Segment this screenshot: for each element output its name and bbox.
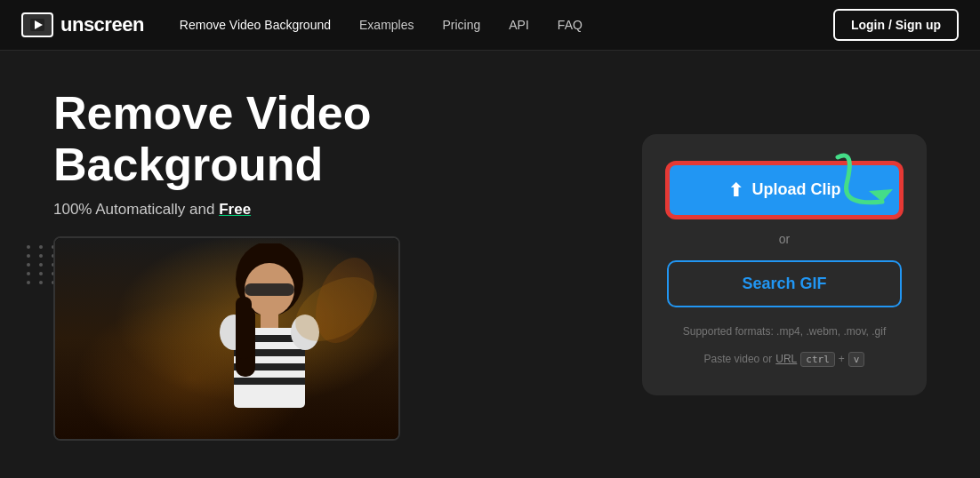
navbar: unscreen Remove Video Background Example…	[0, 0, 980, 51]
login-button[interactable]: Login / Sign up	[833, 9, 959, 41]
logo-text: unscreen	[60, 13, 144, 36]
arrow-icon	[829, 139, 909, 219]
svg-rect-14	[236, 297, 252, 359]
paste-url-link[interactable]: URL	[775, 353, 797, 365]
supported-formats-text: Supported formats: .mp4, .webm, .mov, .g…	[683, 325, 887, 338]
kbd-ctrl: ctrl	[800, 352, 835, 367]
video-thumbnail	[53, 236, 400, 441]
or-divider: or	[779, 232, 790, 246]
upload-clip-label: Upload Clip	[752, 180, 841, 199]
nav-link-remove-bg[interactable]: Remove Video Background	[180, 18, 331, 32]
nav-links: Remove Video Background Examples Pricing…	[180, 18, 833, 32]
video-content	[55, 238, 398, 439]
hero-subtitle: 100% Automatically and Free	[53, 201, 642, 219]
logo-icon	[21, 12, 53, 37]
svg-marker-17	[869, 189, 893, 202]
svg-rect-10	[234, 378, 305, 385]
nav-link-faq[interactable]: FAQ	[558, 18, 582, 32]
abstract-shape	[283, 256, 390, 362]
kbd-v: v	[848, 352, 865, 367]
nav-link-pricing[interactable]: Pricing	[442, 18, 480, 32]
paste-prefix: Paste video or	[704, 353, 773, 365]
paste-hint: Paste video or URL ctrl + v	[704, 352, 865, 367]
logo[interactable]: unscreen	[21, 12, 144, 37]
search-gif-button[interactable]: Search GIF	[667, 260, 902, 307]
main-content: Remove Video Background 100% Automatical…	[0, 51, 980, 478]
nav-link-api[interactable]: API	[509, 18, 529, 32]
nav-link-examples[interactable]: Examples	[359, 18, 414, 32]
hero-section: Remove Video Background 100% Automatical…	[53, 88, 642, 440]
hero-title: Remove Video Background	[53, 88, 642, 189]
upload-icon: ⬆	[728, 179, 743, 201]
